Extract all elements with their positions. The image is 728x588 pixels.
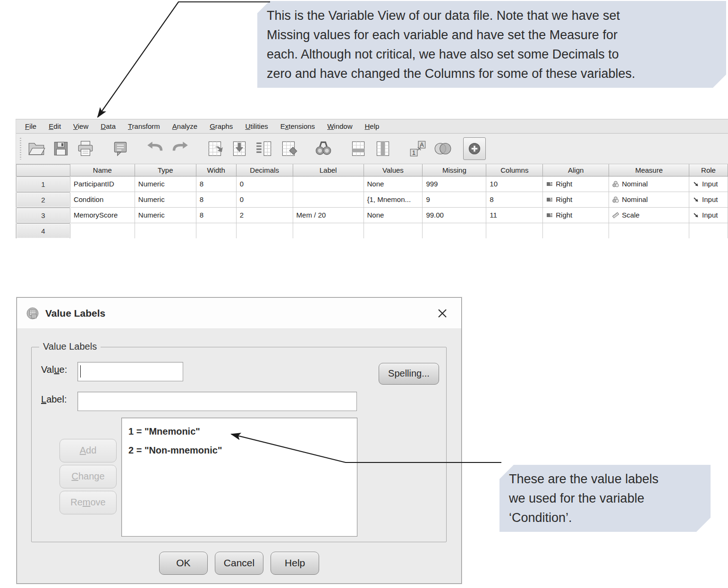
cell-columns[interactable]: 8 xyxy=(486,192,543,208)
ok-button[interactable]: OK xyxy=(159,552,208,575)
insert-case-icon[interactable] xyxy=(346,136,371,161)
undo-icon[interactable] xyxy=(143,136,168,161)
cell-role[interactable]: Input xyxy=(689,176,728,192)
print-icon[interactable] xyxy=(73,136,98,161)
show-all-variables-icon[interactable] xyxy=(463,137,486,160)
cell-type[interactable]: Numeric xyxy=(135,176,196,192)
menu-window[interactable]: Window xyxy=(321,120,358,132)
value-label-item[interactable]: 1 = "Mnemonic" xyxy=(128,422,357,441)
cell-width[interactable]: 8 xyxy=(196,208,237,223)
row-number[interactable]: 4 xyxy=(16,223,70,238)
column-header-measure[interactable]: Measure xyxy=(609,164,689,176)
cell-align[interactable]: Right xyxy=(543,176,609,192)
cell-width[interactable]: 8 xyxy=(196,176,237,192)
value-label-item[interactable]: 2 = "Non-mnemonic" xyxy=(128,441,357,460)
cell-decimals[interactable]: 0 xyxy=(237,176,293,192)
cell-align[interactable]: Right xyxy=(543,192,609,208)
value-input[interactable] xyxy=(77,362,183,381)
cell-measure[interactable] xyxy=(609,223,689,238)
split-file-icon[interactable] xyxy=(276,136,301,161)
label-input[interactable] xyxy=(77,392,357,411)
close-icon[interactable] xyxy=(435,306,450,321)
cell-role[interactable] xyxy=(689,223,728,238)
menu-file[interactable]: File xyxy=(19,120,42,132)
column-header-type[interactable]: Type xyxy=(135,164,196,176)
cell-values[interactable] xyxy=(364,223,423,238)
spelling-button[interactable]: Spelling... xyxy=(379,363,439,385)
cell-width[interactable] xyxy=(196,223,237,238)
menu-help[interactable]: Help xyxy=(359,120,386,132)
cell-decimals[interactable] xyxy=(237,223,293,238)
add-button[interactable]: Add xyxy=(59,439,117,462)
cell-decimals[interactable]: 2 xyxy=(237,208,293,223)
remove-button[interactable]: Remove xyxy=(59,491,117,514)
cell-columns[interactable]: 10 xyxy=(486,176,543,192)
cell-values[interactable]: {1, Mnemon... xyxy=(364,192,423,208)
menu-utilities[interactable]: Utilities xyxy=(239,120,274,132)
menu-analyze[interactable]: Analyze xyxy=(166,120,203,132)
column-header-align[interactable]: Align xyxy=(543,164,609,176)
cell-name[interactable]: Condition xyxy=(70,192,135,208)
cell-missing[interactable]: 9 xyxy=(423,192,486,208)
cell-label[interactable] xyxy=(293,192,364,208)
column-header-missing[interactable]: Missing xyxy=(423,164,486,176)
cell-width[interactable]: 8 xyxy=(196,192,237,208)
use-variable-sets-icon[interactable] xyxy=(430,136,455,161)
redo-icon[interactable] xyxy=(168,136,192,161)
cell-type[interactable]: Numeric xyxy=(135,208,196,223)
cell-type[interactable]: Numeric xyxy=(135,192,196,208)
open-data-icon[interactable] xyxy=(24,136,49,161)
value-labels-icon[interactable]: 1A xyxy=(406,136,430,161)
column-header-name[interactable]: Name xyxy=(70,164,135,176)
dialog-title-bar[interactable]: Value Labels xyxy=(17,298,461,329)
menu-extensions[interactable]: Extensions xyxy=(274,120,321,132)
find-icon[interactable] xyxy=(311,136,336,161)
goto-case-icon[interactable] xyxy=(203,136,227,161)
column-header-role[interactable]: Role xyxy=(689,164,728,176)
help-button[interactable]: Help xyxy=(271,552,319,575)
cell-measure[interactable]: Nominal xyxy=(609,176,689,192)
cell-label[interactable] xyxy=(293,223,364,238)
cell-label[interactable] xyxy=(293,176,364,192)
cell-measure[interactable]: Nominal xyxy=(609,192,689,208)
cell-decimals[interactable]: 0 xyxy=(237,192,293,208)
cancel-button[interactable]: Cancel xyxy=(215,552,263,575)
cell-missing[interactable]: 999 xyxy=(423,176,486,192)
recall-dialogs-icon[interactable] xyxy=(108,136,133,161)
value-labels-list[interactable]: 1 = "Mnemonic"2 = "Non-mnemonic" xyxy=(121,418,357,537)
column-header-decimals[interactable]: Decimals xyxy=(237,164,293,176)
cell-type[interactable] xyxy=(135,223,196,238)
cell-values[interactable]: None xyxy=(364,208,423,223)
goto-variable-icon[interactable] xyxy=(227,136,252,161)
cell-align[interactable]: Right xyxy=(543,208,609,223)
toolbar-drag-handle[interactable] xyxy=(19,138,22,160)
menu-transform[interactable]: Transform xyxy=(122,120,166,132)
menu-graphs[interactable]: Graphs xyxy=(203,120,239,132)
cell-missing[interactable] xyxy=(423,223,486,238)
cell-values[interactable]: None xyxy=(364,176,423,192)
cell-role[interactable]: Input xyxy=(689,192,728,208)
column-header-values[interactable]: Values xyxy=(364,164,423,176)
insert-variable-icon[interactable] xyxy=(371,136,395,161)
column-header-label[interactable]: Label xyxy=(293,164,364,176)
cell-measure[interactable]: Scale xyxy=(609,208,689,223)
cell-name[interactable] xyxy=(70,223,135,238)
cell-name[interactable]: MemoryScore xyxy=(70,208,135,223)
cell-missing[interactable]: 99.00 xyxy=(423,208,486,223)
cell-columns[interactable] xyxy=(486,223,543,238)
row-number[interactable]: 2 xyxy=(16,192,70,208)
cell-name[interactable]: ParticipantID xyxy=(70,176,135,192)
save-icon[interactable] xyxy=(49,136,73,161)
row-number[interactable]: 1 xyxy=(16,176,70,192)
cell-label[interactable]: Mem / 20 xyxy=(293,208,364,223)
menu-data[interactable]: Data xyxy=(94,120,122,132)
change-button[interactable]: Change xyxy=(59,465,117,488)
menu-view[interactable]: View xyxy=(67,120,94,132)
menu-edit[interactable]: Edit xyxy=(42,120,67,132)
column-header-columns[interactable]: Columns xyxy=(486,164,543,176)
cell-role[interactable]: Input xyxy=(689,208,728,223)
cell-align[interactable] xyxy=(543,223,609,238)
row-number[interactable]: 3 xyxy=(16,208,70,223)
column-header-width[interactable]: Width xyxy=(196,164,237,176)
variables-icon[interactable] xyxy=(252,136,276,161)
